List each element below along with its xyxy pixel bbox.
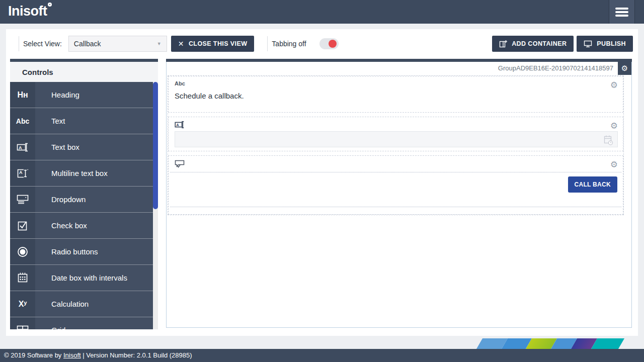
- monitor-icon: [584, 40, 592, 48]
- svg-text:A: A: [176, 123, 179, 127]
- view-select-value: Callback: [74, 40, 101, 48]
- toolbar: Select View: Callback ▼ ✕ CLOSE THIS VIE…: [6, 29, 638, 58]
- call-back-button[interactable]: CALL BACK: [568, 176, 617, 193]
- hamburger-icon: [615, 8, 628, 10]
- app-footer: © 2019 Software by Inisoft | Version Num…: [0, 349, 644, 362]
- group-name: GroupAD9EB16E-20190702141418597: [498, 62, 613, 75]
- sidebar-scrollbar-thumb[interactable]: [153, 82, 158, 209]
- close-icon: ✕: [178, 40, 184, 48]
- publish-button[interactable]: PUBLISH: [577, 36, 633, 52]
- hamburger-menu-button[interactable]: [609, 0, 635, 24]
- tabbing-label: Tabbing off: [272, 40, 306, 48]
- logo-ring-icon: [48, 3, 52, 7]
- radio-icon: [10, 239, 35, 264]
- sidebar-scrollbar[interactable]: [153, 82, 158, 329]
- grid-icon: [10, 317, 35, 329]
- sidebar-item-heading[interactable]: Hʜ Heading: [10, 82, 153, 108]
- sidebar-item-text[interactable]: Abc Text: [10, 108, 153, 134]
- group-settings-button[interactable]: ⚙: [618, 62, 631, 75]
- calendar-clock-icon[interactable]: [602, 134, 614, 146]
- gear-icon[interactable]: ⚙: [610, 80, 618, 90]
- sidebar-item-text-box[interactable]: A Text box: [10, 134, 153, 160]
- textbox-icon: A: [175, 121, 618, 129]
- gear-icon[interactable]: ⚙: [610, 159, 618, 170]
- button-control-icon: [175, 160, 617, 168]
- inisoft-link[interactable]: Inisoft: [63, 351, 81, 359]
- text-content: Schedule a callback.: [175, 92, 617, 100]
- svg-text:A: A: [19, 145, 22, 150]
- add-container-icon: [499, 40, 507, 48]
- button-control-block[interactable]: ⚙ CALL BACK: [168, 155, 623, 215]
- stripe-teal: [591, 338, 624, 349]
- textbox-icon: A: [10, 134, 35, 160]
- controls-sidebar: Controls Hʜ Heading Abc Text A Text box: [10, 59, 158, 329]
- group-container: Abc ⚙ Schedule a callback. A ⚙: [168, 75, 624, 215]
- group-header: GroupAD9EB16E-20190702141418597 ⚙: [167, 62, 631, 75]
- sidebar-item-date-box[interactable]: Date box with intervals: [10, 265, 153, 291]
- calculation-icon: Xʸ: [10, 291, 35, 317]
- tabbing-toggle[interactable]: [319, 38, 339, 49]
- designer-canvas: GroupAD9EB16E-20190702141418597 ⚙ Abc ⚙ …: [166, 59, 632, 328]
- svg-text:A: A: [19, 169, 23, 174]
- sidebar-list: Hʜ Heading Abc Text A Text box A: [10, 82, 158, 329]
- sidebar-title: Controls: [10, 62, 158, 82]
- select-view-label: Select View:: [23, 40, 62, 48]
- footer-copyright: © 2019 Software by: [4, 351, 63, 359]
- add-container-button[interactable]: ADD CONTAINER: [492, 36, 574, 52]
- heading-icon: Hʜ: [10, 82, 35, 108]
- sidebar-item-grid[interactable]: Grid: [10, 317, 153, 329]
- close-view-button[interactable]: ✕ CLOSE THIS VIEW: [171, 36, 255, 52]
- toolbar-divider: [267, 36, 268, 51]
- control-type-label: Abc: [175, 80, 617, 86]
- multiline-textbox-icon: A: [10, 160, 35, 186]
- date-text-input[interactable]: [175, 132, 617, 147]
- toggle-knob: [329, 40, 337, 48]
- button-drop-zone: CALL BACK: [170, 172, 621, 207]
- gear-icon[interactable]: ⚙: [610, 121, 618, 131]
- sidebar-item-dropdown[interactable]: Dropdown: [10, 187, 153, 213]
- dropdown-icon: [10, 187, 35, 212]
- checkbox-icon: [10, 213, 35, 238]
- toolbar-divider: [19, 36, 19, 51]
- content-card: Select View: Callback ▼ ✕ CLOSE THIS VIE…: [6, 29, 638, 336]
- sidebar-item-radio-buttons[interactable]: Radio buttons: [10, 239, 153, 265]
- app-header: Inisoft: [0, 0, 644, 24]
- textbox-control-block[interactable]: A ⚙: [168, 117, 623, 151]
- sidebar-item-check-box[interactable]: Check box: [10, 213, 153, 239]
- chevron-down-icon: ▼: [157, 41, 162, 46]
- brand-stripes: [479, 338, 621, 349]
- calendar-icon: [10, 265, 35, 291]
- inisoft-logo: Inisoft: [8, 4, 52, 19]
- text-control-block[interactable]: Abc ⚙ Schedule a callback.: [168, 76, 623, 113]
- text-icon: Abc: [10, 108, 35, 134]
- sidebar-item-calculation[interactable]: Xʸ Calculation: [10, 291, 153, 317]
- footer-version: | Version Number: 2.0.1 Build (28985): [81, 351, 192, 359]
- view-select-dropdown[interactable]: Callback ▼: [68, 36, 167, 52]
- sidebar-item-multiline-text-box[interactable]: A Multiline text box: [10, 160, 153, 187]
- gear-icon: ⚙: [621, 64, 628, 73]
